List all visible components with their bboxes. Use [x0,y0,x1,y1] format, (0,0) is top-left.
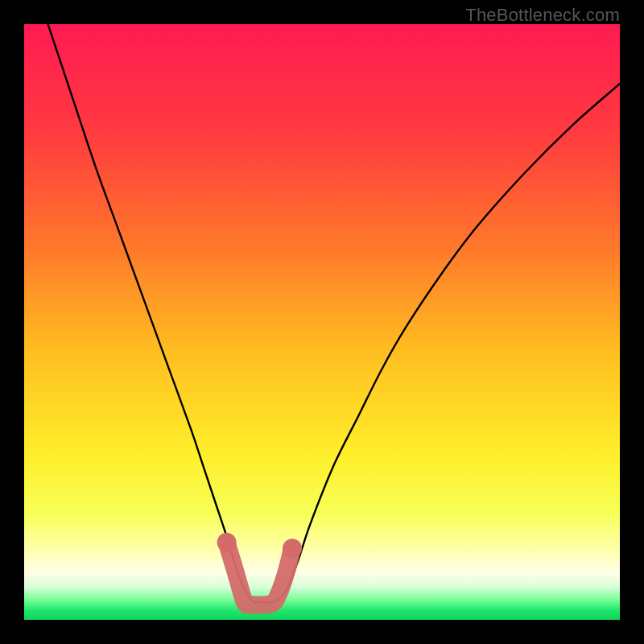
watermark-text: TheBottleneck.com [465,5,620,26]
bottleneck-curve [48,24,620,603]
svg-point-1 [217,533,237,552]
marker-band [217,533,302,605]
chart-frame: TheBottleneck.com [0,0,644,644]
curve-layer [24,24,620,620]
plot-area [24,24,620,620]
svg-point-2 [283,539,302,558]
